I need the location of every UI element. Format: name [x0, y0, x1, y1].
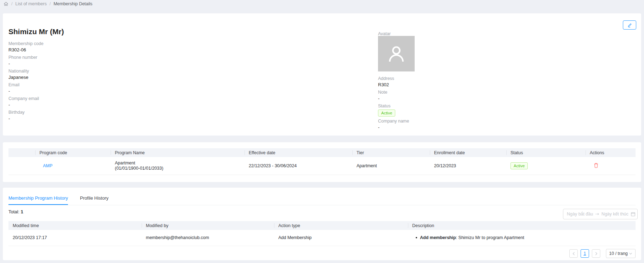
start-date-input[interactable]: Ngày bắt đầu — [567, 212, 593, 217]
membership-details-page: / List of members / Membership Details S… — [0, 0, 644, 263]
membership-programs-card: Program code Program Name Effective date… — [3, 142, 641, 182]
breadcrumb-separator: / — [11, 1, 12, 6]
enrollment-date-cell: 20/12/2023 — [430, 157, 506, 175]
history-table-header-row: Modified time Modified by Action type De… — [8, 221, 636, 230]
effective-date-cell: 22/12/2023 - 30/06/2024 — [244, 157, 352, 175]
pagination-prev-button[interactable] — [569, 249, 578, 258]
col-modified-by: Modified by — [142, 221, 274, 230]
description-cell: Add membership: Shimizu Mr to program Ap… — [408, 230, 636, 246]
action-type-cell: Add Membership — [274, 230, 408, 246]
end-date-input[interactable]: Ngày kết thúc — [601, 212, 628, 217]
program-code-link[interactable]: AMP — [43, 163, 52, 168]
member-profile-card: Shimizu Mr (Mr) Membership code R302-06 … — [3, 13, 641, 136]
delete-program-button[interactable] — [593, 162, 599, 168]
tier-cell: Apartment — [352, 157, 430, 175]
field-email: Email - — [8, 82, 43, 94]
home-icon[interactable] — [4, 1, 8, 6]
breadcrumb-membership-details: Membership Details — [54, 1, 92, 6]
actions-cell — [586, 157, 636, 175]
field-status: Status Active — [378, 103, 415, 117]
modified-by-cell: membership@thehanoiclub.com — [142, 230, 274, 246]
member-fields-left: Membership code R302-06 Phone number - N… — [8, 41, 43, 123]
person-icon — [385, 43, 407, 65]
avatar — [378, 36, 415, 71]
total-value: 1 — [21, 209, 23, 214]
breadcrumb-separator: / — [49, 1, 50, 6]
chevron-down-icon — [629, 252, 632, 255]
page-size-select[interactable]: 10 / trang — [606, 249, 636, 258]
history-table: Modified time Modified by Action type De… — [8, 221, 636, 246]
col-program-code: Program code — [35, 148, 111, 157]
field-birthday: Birthday - — [8, 109, 43, 121]
tab-profile-history[interactable]: Profile History — [80, 193, 109, 205]
col-enrollment-date: Enrollment date — [430, 148, 506, 157]
col-status: Status — [506, 148, 586, 157]
field-company-name: Company name - — [378, 118, 415, 130]
expand-cell — [8, 157, 35, 175]
program-status-badge: Active — [510, 162, 528, 169]
col-tier: Tier — [352, 148, 430, 157]
field-address: Address R302 — [378, 76, 415, 88]
bullet-dot — [416, 237, 417, 238]
status-cell: Active — [506, 157, 586, 175]
col-actions: Actions — [586, 148, 636, 157]
col-effective-date: Effective date — [244, 148, 352, 157]
edit-member-button[interactable] — [623, 20, 636, 30]
field-membership-code: Membership code R302-06 — [8, 41, 43, 53]
col-modified-time: Modified time — [8, 221, 142, 230]
status-badge: Active — [378, 109, 395, 117]
chevron-left-icon — [572, 252, 575, 256]
pagination-page-1-button[interactable]: 1 — [581, 249, 589, 258]
programs-table-header-row: Program code Program Name Effective date… — [8, 148, 636, 157]
field-phone-number: Phone number - — [8, 55, 43, 67]
col-program-name: Program Name — [111, 148, 244, 157]
member-fields-right: Avatar Address R302 Note - Status Active — [378, 31, 415, 132]
col-action-type: Action type — [274, 221, 408, 230]
field-company-email: Company email - — [8, 96, 43, 108]
range-arrow-icon — [595, 213, 599, 215]
date-range-picker[interactable]: Ngày bắt đầu Ngày kết thúc — [563, 209, 638, 219]
history-row: 20/12/2023 17:17 membership@thehanoiclub… — [8, 230, 636, 246]
calendar-icon — [631, 212, 636, 217]
chevron-right-icon — [595, 252, 598, 256]
field-note: Note - — [378, 89, 415, 101]
history-tabbar: Membership Program History Profile Histo… — [8, 193, 636, 205]
modified-time-cell: 20/12/2023 17:17 — [8, 230, 142, 246]
program-name-cell: Apartment (01/01/1900-01/01/2033) — [111, 157, 244, 175]
breadcrumb-list-of-members[interactable]: List of members — [15, 1, 47, 6]
member-name-title: Shimizu Mr (Mr) — [8, 27, 64, 36]
field-nationality: Nationality Japanese — [8, 68, 43, 80]
trash-icon — [593, 162, 599, 168]
pagination-next-button[interactable] — [592, 249, 600, 258]
breadcrumb: / List of members / Membership Details — [4, 1, 92, 6]
tab-membership-program-history[interactable]: Membership Program History — [8, 193, 68, 205]
program-row: AMP Apartment (01/01/1900-01/01/2033) 22… — [8, 157, 636, 175]
history-card: Membership Program History Profile Histo… — [3, 188, 641, 260]
col-expand — [8, 148, 35, 157]
col-description: Description — [408, 221, 636, 230]
edit-pencil-icon — [627, 23, 632, 28]
pagination: 1 10 / trang — [569, 249, 636, 258]
programs-table: Program code Program Name Effective date… — [8, 148, 636, 175]
total-count: Total: 1 — [8, 209, 23, 214]
